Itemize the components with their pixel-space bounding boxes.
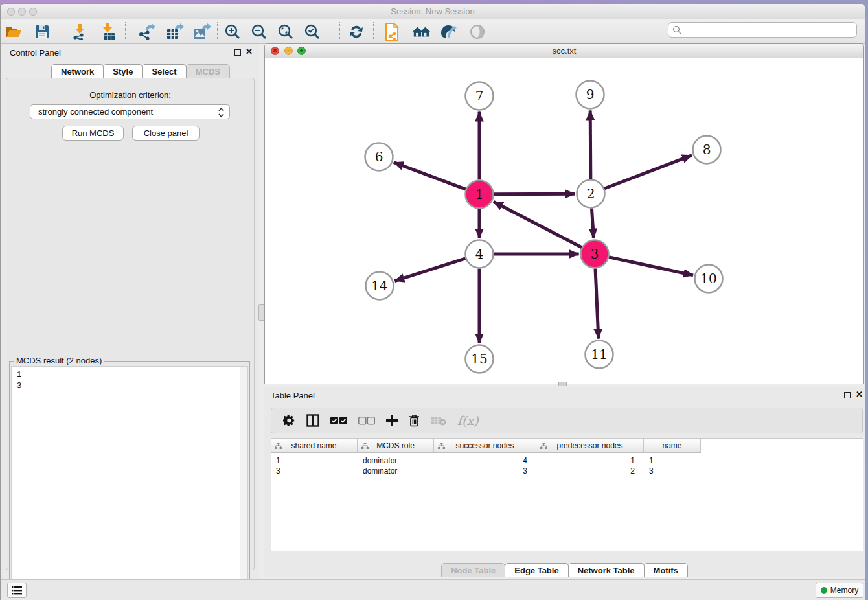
graph-node-label-4: 4 [475,246,484,262]
column-header-name[interactable]: name [644,439,701,453]
create-column-button[interactable] [386,415,398,426]
delete-table-button[interactable] [431,415,446,426]
toolbar-separator [125,22,126,41]
graph-edge-2-9[interactable] [590,110,591,179]
search-input[interactable] [668,22,857,38]
graph-edge-4-14[interactable] [394,259,465,281]
mcds-result-group: MCDS result (2 nodes) 1 3 [9,361,250,600]
zoom-in-icon [224,23,241,40]
hide-details-button[interactable] [468,23,486,41]
export-network-button[interactable] [137,23,155,41]
graph-node-label-2: 2 [587,186,595,202]
optimization-criterion-select[interactable]: strongly connected component [30,104,230,119]
tab-motifs[interactable]: Motifs [644,563,688,577]
import-network-button[interactable] [71,23,89,41]
function-builder-button[interactable]: f(x) [457,413,479,428]
network-from-document-button[interactable] [383,23,401,41]
mcds-result-list[interactable]: 1 3 [11,366,248,600]
memory-button[interactable]: Memory [816,583,863,598]
table-settings-button[interactable] [283,415,295,427]
gear-icon [283,415,295,427]
graph-node-label-14: 14 [371,278,387,294]
graph-node-label-7: 7 [475,88,484,104]
plus-icon [386,415,398,426]
zoom-in-button[interactable] [223,23,242,41]
network-view-title: scc.txt [265,46,863,56]
unchecked-boxes-icon [358,417,375,425]
mcds-result-value: 3 [17,380,247,391]
table-panel: Table Panel ✕ [264,387,864,577]
toolbar-separator [339,22,340,41]
export-image-button[interactable] [193,23,211,41]
tab-network[interactable]: Network [51,64,104,78]
column-header-successor-nodes[interactable]: successor nodes [434,439,536,453]
network-canvas[interactable]: 7968124314101511 [265,58,863,384]
column-header-mcds-role[interactable]: MCDS role [358,439,434,453]
memory-status-dot [821,587,827,594]
tab-style[interactable]: Style [103,64,143,78]
memory-label: Memory [830,586,858,595]
network-window-grip[interactable] [558,382,567,386]
cell-mcds-role[interactable]: dominator [358,465,434,478]
network-window-titlebar[interactable]: ✕ − + scc.txt [265,44,863,58]
columns-icon [306,414,319,427]
select-all-columns-button[interactable] [330,417,347,425]
import-table-button[interactable] [98,23,117,41]
cell-successor-nodes[interactable]: 3 [434,465,536,478]
tab-edge-table[interactable]: Edge Table [505,563,568,577]
tab-network-table[interactable]: Network Table [568,563,645,577]
import-network-icon [71,23,88,40]
home-button[interactable] [412,23,430,41]
control-panel-tabs: Network Style Select MCDS [51,64,229,78]
tab-node-table[interactable]: Node Table [441,563,505,577]
column-header-shared-name[interactable]: shared name [271,439,358,453]
tab-select[interactable]: Select [142,64,186,78]
close-panel-icon[interactable]: ✕ [246,47,253,56]
delete-column-button[interactable] [409,414,420,427]
task-history-button[interactable] [7,583,27,598]
style-brush-icon [440,24,457,40]
graph-edge-1-2[interactable] [494,194,575,194]
open-session-button[interactable] [5,23,23,41]
sitemap-icon [540,443,547,450]
network-graph[interactable]: 7968124314101511 [265,58,863,384]
show-columns-button[interactable] [306,414,319,427]
zoom-selected-button[interactable] [303,23,321,41]
result-scrollbar[interactable] [240,367,247,600]
export-table-button[interactable] [166,23,184,41]
graph-edge-3-1[interactable] [494,202,582,247]
cell-shared-name[interactable]: 3 [271,465,358,478]
tab-mcds[interactable]: MCDS [186,64,230,78]
column-header-predecessor-nodes[interactable]: predecessor nodes [536,439,644,453]
zoom-selected-icon [304,23,321,40]
cell-name[interactable]: 3 [644,465,701,478]
table-tabs: Node Table Edge Table Network Table Moti… [264,563,864,577]
table-row[interactable]: 3 dominator 3 2 3 [271,465,701,478]
search-icon [672,25,682,35]
close-table-panel-icon[interactable]: ✕ [856,390,863,399]
application-window: Session: New Session [0,3,865,599]
close-panel-button[interactable]: Close panel [132,126,200,141]
graph-edge-3-10[interactable] [609,257,693,275]
deselect-all-columns-button[interactable] [358,417,375,425]
zoom-fit-button[interactable] [277,23,295,41]
graph-edge-3-11[interactable] [595,268,599,338]
graph-node-label-15: 15 [471,351,487,367]
eye-icon [470,24,485,40]
cell-predecessor-nodes[interactable]: 2 [536,465,644,478]
zoom-out-button[interactable] [250,23,268,41]
refresh-button[interactable] [347,23,365,41]
run-mcds-button[interactable]: Run MCDS [62,126,124,141]
sitemap-icon [275,443,282,450]
float-panel-icon[interactable] [234,49,241,56]
save-session-button[interactable] [33,23,51,41]
graph-edge-1-6[interactable] [394,163,466,190]
zoom-out-icon [251,23,268,40]
delete-table-icon [431,415,446,426]
sitemap-icon [438,443,445,450]
float-table-panel-icon[interactable] [844,392,851,398]
graph-edge-2-8[interactable] [604,156,692,189]
graph-edge-2-3[interactable] [591,208,593,238]
export-network-icon [138,23,155,40]
apply-style-button[interactable] [440,23,458,41]
